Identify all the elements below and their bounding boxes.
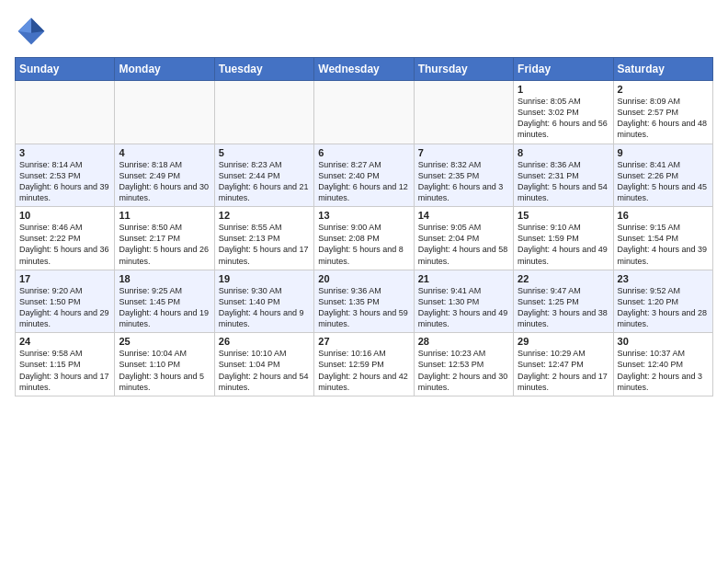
calendar-cell: 10Sunrise: 8:46 AM Sunset: 2:22 PM Dayli… (16, 207, 115, 270)
calendar-header-monday: Monday (115, 58, 214, 81)
day-info: Sunrise: 10:04 AM Sunset: 1:10 PM Daylig… (119, 348, 210, 393)
calendar-cell: 27Sunrise: 10:16 AM Sunset: 12:59 PM Day… (314, 333, 414, 396)
day-number: 13 (318, 210, 409, 221)
day-number: 19 (219, 273, 310, 284)
day-info: Sunrise: 8:50 AM Sunset: 2:17 PM Dayligh… (119, 222, 210, 267)
calendar-cell (16, 81, 115, 144)
day-info: Sunrise: 8:05 AM Sunset: 3:02 PM Dayligh… (518, 96, 609, 141)
calendar-cell: 2Sunrise: 8:09 AM Sunset: 2:57 PM Daylig… (613, 81, 712, 144)
calendar-cell: 29Sunrise: 10:29 AM Sunset: 12:47 PM Day… (514, 333, 613, 396)
day-number: 22 (518, 273, 609, 284)
day-number: 8 (518, 147, 609, 158)
calendar-header-friday: Friday (514, 58, 613, 81)
day-number: 1 (518, 84, 609, 95)
calendar-week-2: 3Sunrise: 8:14 AM Sunset: 2:53 PM Daylig… (16, 144, 713, 207)
calendar-cell: 19Sunrise: 9:30 AM Sunset: 1:40 PM Dayli… (214, 270, 313, 333)
day-number: 23 (618, 273, 709, 284)
svg-marker-2 (18, 18, 31, 33)
day-info: Sunrise: 9:00 AM Sunset: 2:08 PM Dayligh… (318, 222, 409, 267)
day-number: 9 (618, 147, 709, 158)
day-info: Sunrise: 9:52 AM Sunset: 1:20 PM Dayligh… (618, 285, 709, 330)
calendar-cell: 5Sunrise: 8:23 AM Sunset: 2:44 PM Daylig… (214, 144, 313, 207)
day-info: Sunrise: 9:20 AM Sunset: 1:50 PM Dayligh… (19, 285, 110, 330)
calendar-cell: 26Sunrise: 10:10 AM Sunset: 1:04 PM Dayl… (214, 333, 313, 396)
day-info: Sunrise: 10:29 AM Sunset: 12:47 PM Dayli… (518, 348, 609, 393)
calendar-cell: 21Sunrise: 9:41 AM Sunset: 1:30 PM Dayli… (414, 270, 513, 333)
calendar-cell: 8Sunrise: 8:36 AM Sunset: 2:31 PM Daylig… (514, 144, 613, 207)
day-info: Sunrise: 10:37 AM Sunset: 12:40 PM Dayli… (618, 348, 709, 393)
day-number: 28 (418, 336, 509, 347)
logo (15, 15, 51, 48)
calendar-cell: 3Sunrise: 8:14 AM Sunset: 2:53 PM Daylig… (16, 144, 115, 207)
day-number: 18 (119, 273, 210, 284)
day-number: 7 (418, 147, 509, 158)
day-info: Sunrise: 8:41 AM Sunset: 2:26 PM Dayligh… (618, 159, 709, 204)
day-info: Sunrise: 8:09 AM Sunset: 2:57 PM Dayligh… (618, 96, 709, 141)
calendar-header-saturday: Saturday (613, 58, 712, 81)
calendar-cell: 22Sunrise: 9:47 AM Sunset: 1:25 PM Dayli… (514, 270, 613, 333)
calendar-header-thursday: Thursday (414, 58, 513, 81)
calendar-cell: 15Sunrise: 9:10 AM Sunset: 1:59 PM Dayli… (514, 207, 613, 270)
day-number: 6 (318, 147, 409, 158)
calendar-cell: 23Sunrise: 9:52 AM Sunset: 1:20 PM Dayli… (613, 270, 712, 333)
day-number: 17 (19, 273, 110, 284)
day-number: 21 (418, 273, 509, 284)
svg-marker-1 (31, 18, 44, 33)
day-info: Sunrise: 9:25 AM Sunset: 1:45 PM Dayligh… (119, 285, 210, 330)
day-number: 5 (219, 147, 310, 158)
calendar-cell: 12Sunrise: 8:55 AM Sunset: 2:13 PM Dayli… (214, 207, 313, 270)
day-number: 26 (219, 336, 310, 347)
calendar-cell: 11Sunrise: 8:50 AM Sunset: 2:17 PM Dayli… (115, 207, 214, 270)
day-info: Sunrise: 9:41 AM Sunset: 1:30 PM Dayligh… (418, 285, 509, 330)
calendar-cell (314, 81, 414, 144)
header (15, 15, 713, 48)
calendar-header-wednesday: Wednesday (314, 58, 414, 81)
calendar-week-4: 17Sunrise: 9:20 AM Sunset: 1:50 PM Dayli… (16, 270, 713, 333)
day-number: 24 (19, 336, 110, 347)
day-number: 3 (19, 147, 110, 158)
calendar-week-5: 24Sunrise: 9:58 AM Sunset: 1:15 PM Dayli… (16, 333, 713, 396)
day-info: Sunrise: 10:16 AM Sunset: 12:59 PM Dayli… (318, 348, 409, 393)
day-info: Sunrise: 8:46 AM Sunset: 2:22 PM Dayligh… (19, 222, 110, 267)
day-info: Sunrise: 8:32 AM Sunset: 2:35 PM Dayligh… (418, 159, 509, 204)
day-info: Sunrise: 9:47 AM Sunset: 1:25 PM Dayligh… (518, 285, 609, 330)
calendar-cell (414, 81, 513, 144)
calendar-cell: 6Sunrise: 8:27 AM Sunset: 2:40 PM Daylig… (314, 144, 414, 207)
day-number: 10 (19, 210, 110, 221)
day-number: 29 (518, 336, 609, 347)
calendar-cell: 18Sunrise: 9:25 AM Sunset: 1:45 PM Dayli… (115, 270, 214, 333)
calendar-cell: 14Sunrise: 9:05 AM Sunset: 2:04 PM Dayli… (414, 207, 513, 270)
calendar-cell: 30Sunrise: 10:37 AM Sunset: 12:40 PM Day… (613, 333, 712, 396)
day-info: Sunrise: 9:36 AM Sunset: 1:35 PM Dayligh… (318, 285, 409, 330)
calendar-cell: 20Sunrise: 9:36 AM Sunset: 1:35 PM Dayli… (314, 270, 414, 333)
calendar-header-tuesday: Tuesday (214, 58, 313, 81)
day-info: Sunrise: 9:15 AM Sunset: 1:54 PM Dayligh… (618, 222, 709, 267)
calendar-week-1: 1Sunrise: 8:05 AM Sunset: 3:02 PM Daylig… (16, 81, 713, 144)
day-number: 15 (518, 210, 609, 221)
day-number: 16 (618, 210, 709, 221)
day-info: Sunrise: 10:23 AM Sunset: 12:53 PM Dayli… (418, 348, 509, 393)
day-info: Sunrise: 8:36 AM Sunset: 2:31 PM Dayligh… (518, 159, 609, 204)
calendar-header-sunday: Sunday (16, 58, 115, 81)
calendar-cell (214, 81, 313, 144)
page: SundayMondayTuesdayWednesdayThursdayFrid… (0, 0, 728, 406)
calendar-cell: 16Sunrise: 9:15 AM Sunset: 1:54 PM Dayli… (613, 207, 712, 270)
calendar-cell: 4Sunrise: 8:18 AM Sunset: 2:49 PM Daylig… (115, 144, 214, 207)
calendar-cell: 24Sunrise: 9:58 AM Sunset: 1:15 PM Dayli… (16, 333, 115, 396)
day-info: Sunrise: 8:23 AM Sunset: 2:44 PM Dayligh… (219, 159, 310, 204)
day-number: 12 (219, 210, 310, 221)
day-number: 20 (318, 273, 409, 284)
calendar-cell: 25Sunrise: 10:04 AM Sunset: 1:10 PM Dayl… (115, 333, 214, 396)
day-info: Sunrise: 8:27 AM Sunset: 2:40 PM Dayligh… (318, 159, 409, 204)
calendar: SundayMondayTuesdayWednesdayThursdayFrid… (15, 57, 713, 396)
calendar-cell: 7Sunrise: 8:32 AM Sunset: 2:35 PM Daylig… (414, 144, 513, 207)
calendar-header-row: SundayMondayTuesdayWednesdayThursdayFrid… (16, 58, 713, 81)
day-number: 2 (618, 84, 709, 95)
day-number: 27 (318, 336, 409, 347)
day-info: Sunrise: 10:10 AM Sunset: 1:04 PM Daylig… (219, 348, 310, 393)
day-info: Sunrise: 8:14 AM Sunset: 2:53 PM Dayligh… (19, 159, 110, 204)
day-number: 25 (119, 336, 210, 347)
day-number: 30 (618, 336, 709, 347)
logo-icon (15, 15, 48, 48)
day-number: 14 (418, 210, 509, 221)
